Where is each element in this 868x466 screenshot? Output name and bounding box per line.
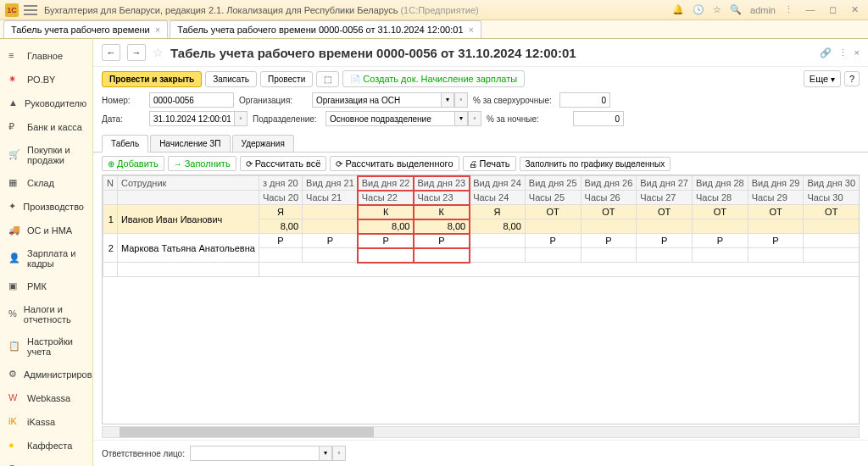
col-subheader: Часы 24	[470, 191, 526, 205]
history-icon[interactable]: 🕓	[693, 4, 704, 15]
sidebar-item[interactable]: ✦Производство	[0, 195, 92, 219]
nav-icon: ≡	[8, 50, 20, 62]
sidebar-item[interactable]: ▦Склад	[0, 171, 92, 195]
sidebar-item-label: Зарплата и кадры	[27, 248, 84, 269]
night-field[interactable]	[573, 111, 624, 126]
create-doc-button[interactable]: 📄 Создать док. Начисление зарплаты	[342, 70, 525, 87]
sidebar-item-label: РМК	[27, 281, 47, 291]
structure-button[interactable]: ⬚	[316, 71, 339, 87]
nav-icon: ▲	[8, 97, 18, 109]
menu-icon[interactable]	[24, 5, 37, 15]
sidebar-item[interactable]: 📋Настройки учета	[0, 330, 92, 363]
col-header: N	[103, 176, 118, 191]
favorite-icon[interactable]: ☆	[153, 46, 164, 59]
timesheet-grid[interactable]: NСотрудникз дня 20Вид дня 21Вид дня 22Ви…	[102, 175, 860, 424]
sidebar-item[interactable]: ✷РО.BY	[0, 68, 92, 92]
sidebar-item[interactable]: 🚚ОС и НМА	[0, 219, 92, 242]
minimize-button[interactable]: —	[802, 4, 819, 15]
responsible-field[interactable]	[190, 446, 319, 461]
col-subheader: Часы 28	[692, 191, 748, 205]
calendar-icon[interactable]: ▫	[234, 111, 248, 126]
dropdown-icon[interactable]: ▾	[319, 446, 332, 461]
sidebar-item[interactable]: %Налоги и отчетность	[0, 298, 92, 330]
sidebar-item[interactable]: WWebkassa	[0, 386, 92, 410]
org-field[interactable]	[312, 92, 441, 108]
dropdown-icon[interactable]: ▾	[454, 111, 468, 126]
col-header: з дня 20	[259, 176, 302, 191]
sidebar-item-label: РО.BY	[27, 75, 55, 85]
open-icon[interactable]: ▫	[454, 92, 468, 108]
col-subheader: Часы 29	[748, 191, 804, 205]
table-row[interactable]: 2Маркова Татьяна АнатольевнаРРРРРРРРР23,…	[103, 234, 860, 248]
nav-icon: ▦	[8, 177, 20, 189]
link-icon[interactable]: 🔗	[820, 47, 832, 58]
sidebar-item[interactable]: ≡Главное	[0, 44, 92, 68]
h-scrollbar[interactable]	[102, 426, 860, 438]
bell-icon[interactable]: 🔔	[672, 4, 684, 15]
help-button[interactable]: ?	[844, 71, 860, 86]
sidebar-item-label: Администрирование	[24, 369, 93, 380]
sidebar-item[interactable]: OOZON	[0, 458, 92, 466]
nav-icon: ✷	[8, 74, 20, 86]
close-icon[interactable]: ×	[469, 25, 474, 35]
sidebar-item-label: Каффеста	[27, 441, 72, 451]
open-icon[interactable]: ▫	[332, 446, 346, 461]
overtime-field[interactable]	[559, 92, 610, 108]
col-header: Вид дня 22	[358, 176, 414, 191]
tab-deductions[interactable]: Удержания	[232, 135, 294, 152]
star-icon[interactable]: ☆	[713, 4, 721, 15]
col-header: Вид дня 25	[525, 176, 581, 191]
number-field[interactable]	[149, 92, 234, 108]
table-row[interactable]: 1Иванов Иван ИвановичЯККЯОТОТОТОТОТОТОТ1…	[103, 205, 860, 219]
add-button[interactable]: ⊕ Добавить	[102, 156, 164, 171]
tab-list[interactable]: Табель учета рабочего времени×	[3, 20, 168, 38]
post-close-button[interactable]: Провести и закрыть	[102, 71, 202, 87]
fill-button[interactable]: → Заполнить	[168, 156, 236, 171]
nav-icon: ⚙	[8, 369, 17, 380]
sidebar-item[interactable]: ▲Руководителю	[0, 92, 92, 115]
close-panel-button[interactable]: ×	[854, 47, 860, 58]
recalc-button[interactable]: ⟳ Рассчитать всё	[240, 156, 327, 171]
more-button[interactable]: Еще ▾	[804, 70, 841, 87]
date-field[interactable]	[149, 111, 234, 126]
sidebar-item[interactable]: ₽Банк и касса	[0, 115, 92, 139]
search-icon[interactable]: 🔍	[730, 4, 742, 15]
sidebar-item-label: Банк и касса	[27, 122, 82, 132]
sidebar-item[interactable]: iKiKassa	[0, 410, 92, 434]
date-label: Дата:	[102, 114, 144, 124]
col-header: Сотрудник	[117, 176, 259, 191]
close-icon[interactable]: ×	[155, 25, 160, 35]
write-button[interactable]: Записать	[205, 71, 257, 87]
org-label: Организация:	[239, 96, 307, 105]
open-icon[interactable]: ▫	[468, 111, 481, 126]
sidebar-item[interactable]: 👤Зарплата и кадры	[0, 242, 92, 275]
sidebar-item-label: Производство	[23, 202, 84, 212]
post-button[interactable]: Провести	[260, 71, 313, 87]
maximize-button[interactable]: ◻	[824, 4, 841, 15]
print-button[interactable]: 🖨 Печать	[463, 156, 516, 171]
kebab-icon[interactable]: ⋮	[838, 47, 848, 58]
sidebar-item-label: Покупки и продажи	[27, 145, 84, 165]
sidebar-item[interactable]: ●Каффеста	[0, 434, 92, 458]
close-button[interactable]: ✕	[846, 4, 863, 15]
sidebar-item[interactable]: 🛒Покупки и продажи	[0, 139, 92, 171]
col-header: Вид дня 24	[470, 176, 526, 191]
nav-icon: iK	[8, 416, 20, 428]
col-subheader: Часы 30	[804, 191, 860, 205]
dropdown-icon[interactable]: ▾	[441, 92, 454, 108]
settings-icon[interactable]: ⋮	[784, 4, 793, 15]
tab-payroll[interactable]: Начисление ЗП	[150, 135, 230, 152]
col-subheader: Часы 22	[358, 191, 414, 205]
forward-button[interactable]: →	[127, 44, 146, 61]
dept-field[interactable]	[326, 111, 454, 126]
tab-timesheet[interactable]: Табель	[102, 135, 148, 153]
fill-schedule-button[interactable]: Заполнить по графику выделенных	[520, 157, 671, 171]
recalc-sel-button[interactable]: ⟳ Рассчитать выделенного	[330, 156, 459, 171]
sidebar-item[interactable]: ▣РМК	[0, 275, 92, 298]
tab-document[interactable]: Табель учета рабочего времени 0000-0056 …	[170, 20, 481, 38]
sidebar-item[interactable]: ⚙Администрирование	[0, 363, 92, 386]
title-bar: 1C Бухгалтерия для Беларуси, редакция 2.…	[0, 0, 868, 20]
nav-icon: %	[8, 308, 17, 320]
back-button[interactable]: ←	[102, 44, 120, 61]
nav-icon: ▣	[8, 280, 20, 292]
